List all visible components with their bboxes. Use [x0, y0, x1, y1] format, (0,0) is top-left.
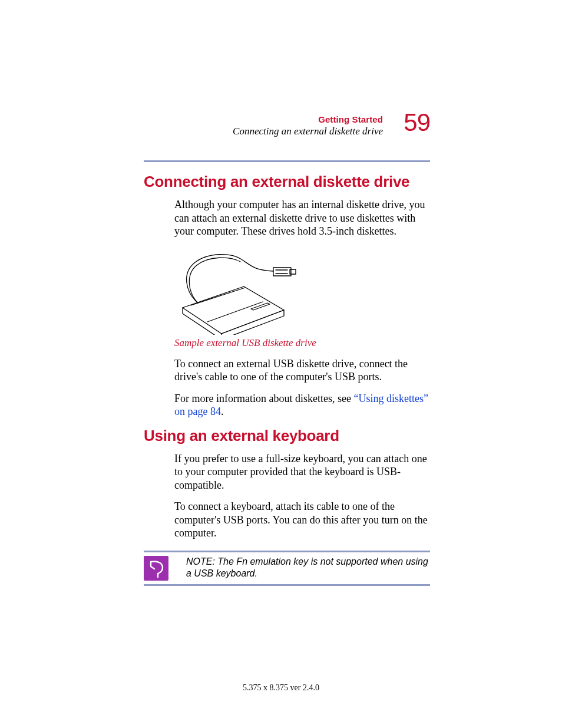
- paragraph: To connect a keyboard, attach its cable …: [174, 500, 430, 540]
- section-heading-keyboard: Using an external keyboard: [144, 427, 430, 445]
- running-header: Getting Started Connecting an external d…: [144, 112, 430, 147]
- text-run: .: [221, 406, 224, 417]
- page-footer: 5.375 x 8.375 ver 2.4.0: [0, 683, 562, 693]
- svg-rect-0: [273, 268, 291, 276]
- text-run: For more information about diskettes, se…: [174, 393, 353, 404]
- paragraph: Although your computer has an internal d…: [174, 198, 430, 238]
- note-rule-bottom: [144, 584, 430, 586]
- page-number: 59: [404, 108, 430, 137]
- body-column-2: If you prefer to use a full-size keyboar…: [174, 452, 430, 540]
- chapter-label: Getting Started: [233, 114, 383, 124]
- figure-caption: Sample external USB diskette drive: [174, 337, 430, 349]
- header-rule: [144, 160, 430, 162]
- paragraph-with-xref: For more information about diskettes, se…: [174, 392, 430, 419]
- body-column-1: Although your computer has an internal d…: [174, 198, 430, 419]
- note-row: NOTE: The Fn emulation key is not suppor…: [144, 552, 430, 584]
- diskette-drive-figure: [174, 246, 430, 335]
- diskette-drive-icon: [174, 246, 298, 335]
- header-text-block: Getting Started Connecting an external d…: [233, 114, 383, 137]
- section-heading-diskette: Connecting an external diskette drive: [144, 173, 430, 191]
- note-text: NOTE: The Fn emulation key is not suppor…: [186, 556, 430, 579]
- note-block: NOTE: The Fn emulation key is not suppor…: [144, 551, 430, 586]
- paragraph: To connect an external USB diskette driv…: [174, 357, 430, 384]
- note-icon: [144, 556, 168, 581]
- page-content: Getting Started Connecting an external d…: [144, 112, 430, 586]
- paragraph: If you prefer to use a full-size keyboar…: [174, 452, 430, 492]
- section-label: Connecting an external diskette drive: [233, 126, 383, 137]
